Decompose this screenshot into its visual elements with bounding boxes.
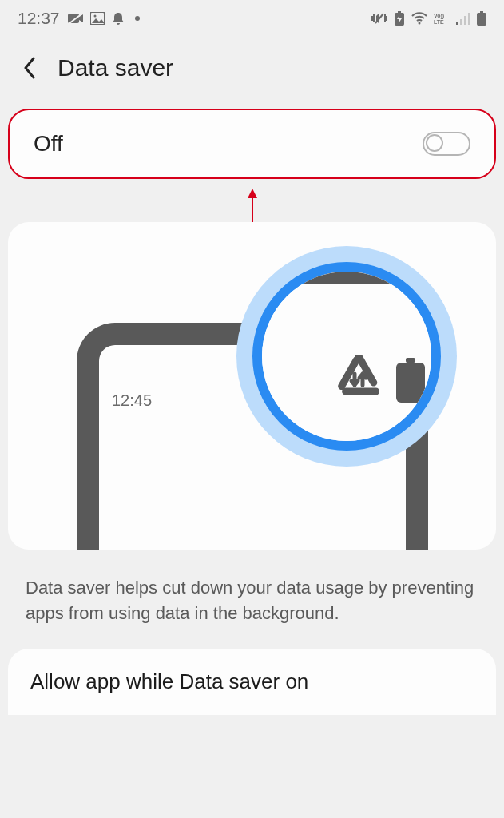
allow-app-row[interactable]: Allow app while Data saver on: [8, 649, 496, 715]
svg-text:LTE: LTE: [434, 19, 444, 25]
data-saver-toggle-row[interactable]: Off: [8, 109, 496, 179]
description-text: Data saver helps cut down your data usag…: [0, 550, 504, 649]
svg-rect-15: [477, 13, 486, 26]
svg-rect-12: [464, 16, 466, 25]
signal-icon: [456, 12, 470, 25]
magnifier-lens: [252, 262, 441, 451]
svg-text:Vo)): Vo)): [434, 13, 444, 19]
svg-rect-11: [460, 19, 462, 25]
illustration-phone-clock: 12:45: [112, 391, 152, 410]
allow-app-label: Allow app while Data saver on: [30, 669, 308, 693]
back-button[interactable]: [19, 58, 40, 78]
more-notifications-dot: [135, 16, 140, 21]
svg-point-7: [419, 22, 421, 25]
toggle-switch[interactable]: [423, 132, 470, 156]
svg-rect-18: [396, 363, 425, 403]
toggle-state-label: Off: [34, 131, 63, 157]
svg-rect-5: [398, 11, 401, 13]
illustration-card: 12:45: [8, 222, 496, 550]
battery-icon: [477, 11, 486, 26]
svg-rect-10: [456, 22, 458, 25]
status-clock: 12:37: [18, 9, 60, 28]
svg-point-3: [93, 15, 96, 18]
annotation-arrow: [0, 179, 504, 222]
volte-icon: Vo))LTE: [434, 12, 450, 25]
chevron-left-icon: [22, 57, 37, 79]
svg-rect-13: [468, 13, 470, 25]
app-bar: Data saver: [0, 37, 504, 109]
svg-rect-0: [68, 14, 79, 23]
data-saver-icon: [332, 355, 385, 407]
battery-saver-status-icon: [394, 11, 405, 26]
page-title: Data saver: [58, 54, 173, 81]
gallery-icon: [90, 12, 105, 25]
wifi-icon: [411, 12, 427, 25]
camera-off-icon: [68, 12, 84, 25]
svg-rect-14: [480, 11, 483, 13]
notification-bell-icon: [111, 11, 125, 26]
battery-indicator-icon: [395, 358, 427, 406]
status-bar: 12:37 Vo))LTE: [0, 0, 504, 37]
mute-vibrate-icon: [371, 11, 387, 26]
svg-rect-17: [406, 358, 415, 363]
